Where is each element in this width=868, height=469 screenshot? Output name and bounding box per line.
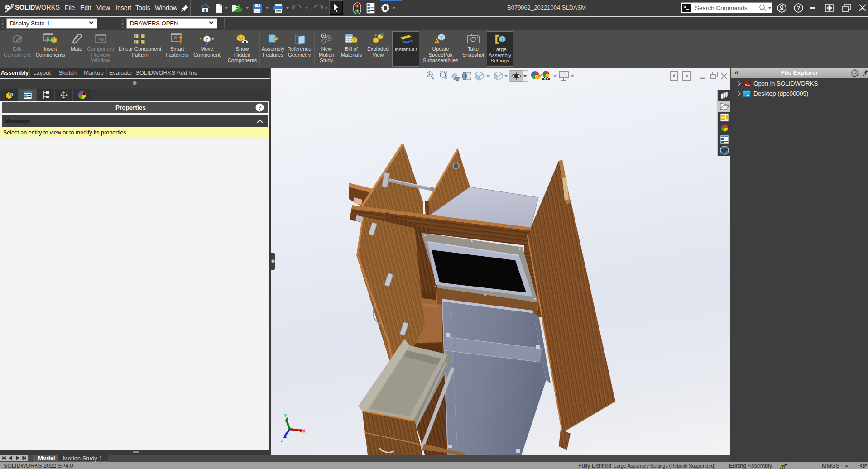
- svg-text:?: ?: [258, 104, 261, 111]
- svg-text:S: S: [745, 84, 747, 86]
- svg-text:Y: Y: [284, 413, 287, 418]
- svg-text:!: !: [436, 39, 438, 44]
- svg-text:W: W: [748, 84, 750, 87]
- svg-text:X: X: [302, 429, 306, 434]
- svg-text:?: ?: [797, 5, 801, 11]
- svg-text:!: !: [782, 464, 783, 469]
- svg-text:Z: Z: [281, 438, 283, 443]
